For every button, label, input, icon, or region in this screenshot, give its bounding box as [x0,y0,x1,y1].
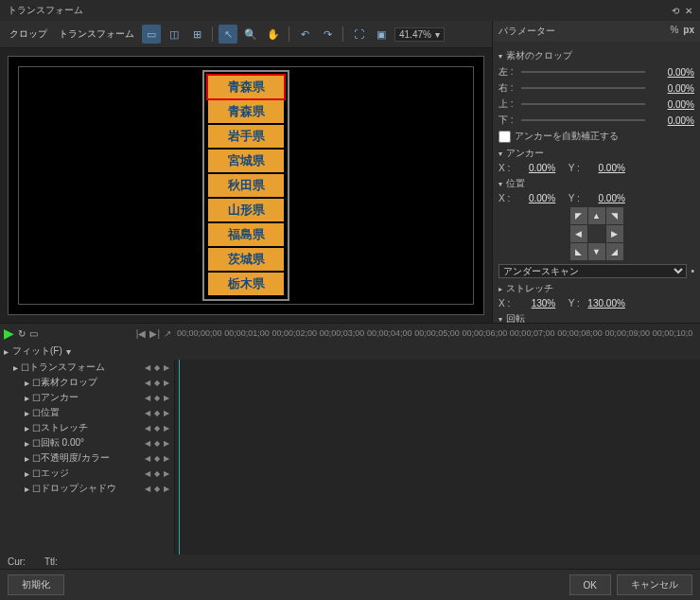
tab-transform[interactable]: トランスフォーム [55,27,138,41]
unit-px[interactable]: px [683,25,694,38]
playhead[interactable] [179,360,180,555]
display-icon[interactable]: ▭ [29,328,38,339]
underscan-select[interactable]: アンダースキャン [499,264,687,278]
crop-bottom-slider[interactable] [521,119,645,121]
crop-left-slider[interactable] [521,71,645,73]
chevron-down-icon[interactable]: ▾ [499,52,502,61]
crop-right-slider[interactable] [521,87,645,89]
init-button[interactable]: 初期化 [8,574,64,595]
tab-crop[interactable]: クロップ [6,27,51,41]
list-item[interactable]: 青森県 [208,100,284,123]
cancel-button[interactable]: キャンセル [617,574,692,595]
list-item[interactable]: 秋田県 [208,174,284,197]
status-bar: Cur:Ttl: [0,555,700,569]
redo-icon[interactable]: ↷ [318,25,337,44]
list-item[interactable]: 山形県 [208,199,284,221]
list-item[interactable]: 茨城県 [208,248,284,271]
prev-key-icon[interactable]: |◀ [136,328,147,339]
safe-icon[interactable]: ▣ [372,25,391,44]
time-ruler[interactable]: 00;00;00;0000;00;01;0000;00;02;0000;00;0… [175,324,700,343]
parameters-panel: パラメーター %px ▾素材のクロップ 左 :0.00% 右 :0.00% 上 … [492,21,700,323]
zoom-select[interactable]: 41.47%▾ [394,27,445,42]
chevron-down-icon[interactable]: ▾ [499,150,502,158]
undo-icon[interactable]: ↶ [295,25,314,44]
preview-area: 青森県 青森県 岩手県 宮城県 秋田県 山形県 福島県 茨城県 栃木県 [0,48,492,323]
play-icon[interactable]: ▶ [4,326,14,341]
unit-pct[interactable]: % [667,25,681,38]
next-key-icon[interactable]: ▶| [149,328,160,339]
chevron-down-icon[interactable]: ▾ [499,180,502,188]
graph-icon[interactable]: ↗ [164,328,171,339]
ok-button[interactable]: OK [569,574,611,595]
position-arrows[interactable]: ◤▲◥◀▶◣▼◢ [570,207,623,260]
crop-top-slider[interactable] [521,103,645,105]
loop-icon[interactable]: ↻ [18,328,26,339]
back-icon[interactable]: ⟲ [672,6,679,16]
timeline-tree: ▸ ☐ トランスフォーム◀ ◆ ▶ ▸ ☐ 素材クロップ◀ ◆ ▶ ▸ ☐ アン… [0,360,175,555]
panel-title: パラメーター [499,25,555,38]
mode-2d-icon[interactable]: ▭ [142,25,161,44]
grid-icon[interactable]: ⊞ [187,25,206,44]
close-icon[interactable]: ✕ [685,6,692,16]
mode-3d-icon[interactable]: ◫ [165,25,184,44]
title-list: 青森県 青森県 岩手県 宮城県 秋田県 山形県 福島県 茨城県 栃木県 [202,70,289,301]
list-item[interactable]: 宮城県 [208,150,284,172]
auto-anchor-checkbox[interactable] [499,131,511,143]
list-item[interactable]: 岩手県 [208,125,284,148]
list-item[interactable]: 青森県 [208,76,284,98]
list-item[interactable]: 福島県 [208,223,284,246]
title-bar: トランスフォーム ⟲ ✕ [0,0,700,21]
timeline-tracks[interactable] [175,360,700,555]
timeline: ▶ ↻ ▭ |◀▶|↗ 00;00;00;0000;00;01;0000;00;… [0,323,700,569]
arrow-icon[interactable]: ↖ [219,25,237,44]
expand-icon[interactable]: ⛶ [349,25,368,44]
hand-icon[interactable]: ✋ [264,25,283,44]
toolbar: クロップ トランスフォーム ▭ ◫ ⊞ ↖ 🔍 ✋ ↶ ↷ ⛶ ▣ 41.47%… [0,21,492,48]
list-item[interactable]: 栃木県 [208,273,284,295]
magnify-icon[interactable]: 🔍 [241,25,260,44]
window-title: トランスフォーム [8,4,83,17]
chevron-down-icon: ▾ [435,29,440,40]
